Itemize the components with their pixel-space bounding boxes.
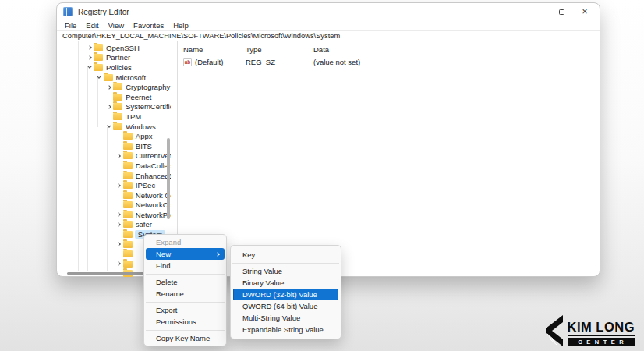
tree-item-enhanceds[interactable]: EnhancedS	[57, 171, 171, 181]
values-pane[interactable]: Name Type Data ab(Default)REG_SZ(value n…	[179, 41, 600, 278]
tree-item-appx[interactable]: Appx	[57, 131, 171, 141]
kimlong-logo-chevron	[543, 315, 564, 346]
tree-item-policies[interactable]: Policies	[57, 62, 171, 73]
folder-icon	[113, 83, 122, 90]
chevron-down-icon[interactable]	[85, 66, 94, 68]
folder-icon	[123, 231, 133, 238]
tree-item-label: BITS	[136, 142, 152, 151]
value-name: (Default)	[195, 58, 223, 66]
menu-item-label: Key	[242, 250, 255, 259]
tree-item-label: TPM	[126, 112, 141, 121]
chevron-glyph	[116, 242, 121, 246]
tree-item-openssh[interactable]: OpenSSH	[57, 43, 171, 53]
tree-vertical-scrollbar[interactable]	[167, 138, 170, 219]
menu-view[interactable]: View	[104, 21, 129, 30]
value-type: REG_SZ	[246, 58, 313, 66]
menu-item-delete[interactable]: Delete	[144, 276, 226, 288]
menu-item-qword-64-bit-value[interactable]: QWORD (64-bit) Value	[231, 300, 341, 312]
menu-item-dword-32-bit-value[interactable]: DWORD (32-bit) Value	[233, 289, 338, 300]
chevron-down-icon[interactable]	[104, 126, 113, 127]
minimize-button[interactable]	[526, 5, 550, 19]
menu-item-label: Binary Value	[242, 278, 284, 287]
close-icon: ×	[582, 8, 587, 16]
tree-item-networkco[interactable]: NetworkCo	[57, 200, 171, 211]
menu-item-export[interactable]: Export	[144, 304, 226, 316]
menubar: FileEditViewFavoritesHelp	[57, 20, 600, 30]
tree-item-label: IPSec	[136, 181, 155, 190]
menu-file[interactable]: File	[60, 21, 81, 30]
folder-icon	[123, 211, 133, 218]
tree-item-safer[interactable]: safer	[57, 220, 171, 230]
menu-separator	[146, 330, 225, 331]
chevron-right-icon[interactable]	[85, 56, 94, 59]
menu-item-expandable-string-value[interactable]: Expandable String Value	[231, 324, 341, 335]
folder-icon	[113, 94, 122, 101]
menu-item-label: Multi-String Value	[242, 314, 300, 322]
address-bar[interactable]: Computer\HKEY_LOCAL_MACHINE\SOFTWARE\Pol…	[57, 30, 600, 41]
tree-item-bits[interactable]: BITS	[57, 141, 171, 151]
menu-item-label: Find...	[156, 261, 176, 270]
menu-item-label: String Value	[242, 267, 282, 275]
tree-item-datacollect[interactable]: DataCollect	[57, 161, 171, 171]
folder-icon	[94, 54, 103, 61]
tree-item-windows[interactable]: Windows	[57, 122, 171, 132]
menu-item-label: Expandable String Value	[242, 325, 324, 334]
chevron-glyph	[87, 45, 92, 50]
tree-item-label: CurrentVers	[136, 151, 171, 160]
menu-item-key[interactable]: Key	[231, 249, 341, 261]
tree-item-cryptography[interactable]: Cryptography	[57, 82, 171, 92]
menu-item-rename[interactable]: Rename	[144, 288, 226, 300]
menu-item-label: QWORD (64-bit) Value	[242, 302, 317, 310]
tree-item-label: Policies	[106, 63, 132, 72]
registry-editor-window: Registry Editor × FileEditViewFavoritesH…	[56, 2, 600, 277]
value-row-default[interactable]: ab(Default)REG_SZ(value not set)	[179, 57, 600, 67]
menu-help[interactable]: Help	[168, 21, 193, 30]
tree-item-networkpro[interactable]: NetworkPro	[57, 210, 171, 220]
folder-icon	[113, 113, 122, 120]
menu-item-multi-string-value[interactable]: Multi-String Value	[231, 312, 341, 324]
tree-item-microsoft[interactable]: Microsoft	[57, 73, 171, 83]
tree-item-systemcertific[interactable]: SystemCertific	[57, 102, 171, 112]
menu-item-find[interactable]: Find...	[144, 260, 226, 271]
chevron-right-icon[interactable]	[85, 46, 94, 49]
column-header-data[interactable]: Data	[313, 45, 600, 54]
column-header-name[interactable]: Name	[183, 45, 246, 54]
tree-item-ipsec[interactable]: IPSec	[57, 180, 171, 190]
chevron-down-icon[interactable]	[95, 76, 104, 78]
chevron-right-icon[interactable]	[104, 105, 113, 108]
list-rows: ab(Default)REG_SZ(value not set)	[179, 57, 600, 67]
folder-icon	[123, 162, 133, 169]
maximize-button[interactable]	[550, 5, 573, 19]
chevron-glyph	[107, 105, 111, 109]
menu-item-string-value[interactable]: String Value	[231, 265, 341, 277]
menu-item-new[interactable]: New	[146, 248, 225, 260]
tree-item-partner[interactable]: Partner	[57, 53, 171, 63]
chevron-right-icon[interactable]	[115, 262, 123, 265]
menu-item-copy-key-name[interactable]: Copy Key Name	[144, 332, 226, 344]
close-button[interactable]: ×	[573, 5, 596, 19]
titlebar[interactable]: Registry Editor ×	[57, 3, 600, 20]
folder-icon	[123, 261, 133, 268]
registry-editor-icon	[63, 7, 73, 16]
menu-item-binary-value[interactable]: Binary Value	[231, 277, 341, 289]
tree-item-peernet[interactable]: Peernet	[57, 92, 171, 102]
chevron-right-icon[interactable]	[115, 154, 123, 158]
tree-item-currentvers[interactable]: CurrentVers	[57, 151, 171, 161]
tree-item-network-co[interactable]: Network Co	[57, 190, 171, 200]
folder-icon	[113, 103, 122, 110]
chevron-right-icon[interactable]	[115, 184, 123, 187]
menu-item-label: Delete	[156, 278, 177, 286]
menu-favorites[interactable]: Favorites	[129, 21, 168, 30]
tree-item-label: Appx	[136, 132, 153, 140]
chevron-right-icon[interactable]	[115, 223, 123, 226]
tree-item-label: NetworkPro	[136, 211, 171, 219]
folder-icon	[123, 250, 133, 257]
column-header-type[interactable]: Type	[246, 45, 313, 54]
menu-item-permissions[interactable]: Permissions...	[144, 316, 226, 328]
menu-item-label: Permissions...	[156, 317, 203, 326]
chevron-right-icon[interactable]	[104, 86, 113, 89]
tree-item-tpm[interactable]: TPM	[57, 112, 171, 122]
chevron-right-icon[interactable]	[115, 243, 123, 246]
chevron-right-icon[interactable]	[115, 213, 123, 216]
menu-edit[interactable]: Edit	[81, 21, 103, 30]
